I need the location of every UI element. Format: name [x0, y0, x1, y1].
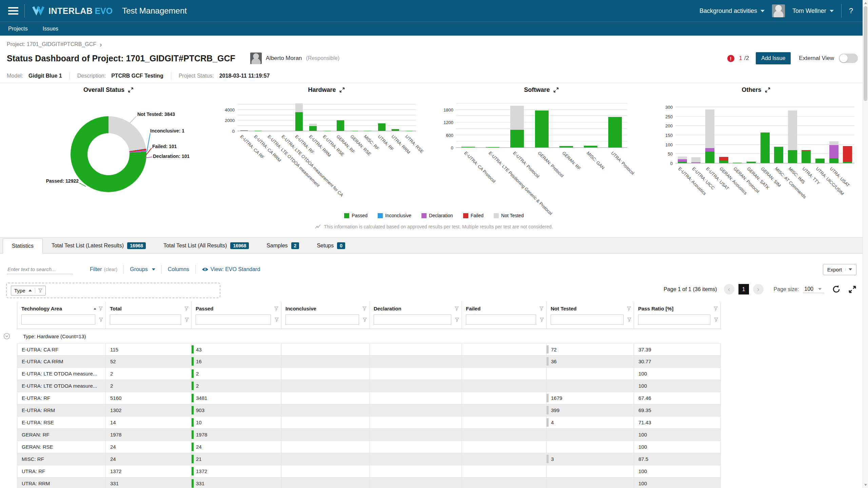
view-selector[interactable]: View: EVO Standard — [202, 266, 260, 272]
cell-inconclusive — [281, 429, 370, 441]
filter-funnel-icon[interactable] — [540, 318, 544, 322]
groups-menu[interactable]: Groups — [130, 266, 155, 272]
page-size-label: Page size: — [774, 286, 799, 292]
table-row[interactable]: E-UTRA: RRM130290339969.35 — [17, 404, 721, 416]
column-filter-input[interactable] — [638, 314, 710, 325]
filter-funnel-icon[interactable] — [185, 318, 189, 322]
filter-funnel-icon[interactable] — [99, 318, 103, 322]
column-filter-input[interactable] — [551, 314, 624, 325]
bar-segment-passed — [309, 126, 317, 131]
filter-clear-link[interactable]: (clear) — [104, 267, 118, 272]
scrollbar-thumb[interactable] — [864, 6, 867, 101]
filter-funnel-icon[interactable] — [274, 306, 278, 311]
tab-total-test-list-all-results-[interactable]: Total Test List (All Results)16968 — [155, 238, 258, 253]
group-chip-type[interactable]: Type — [11, 286, 46, 296]
tab-setups[interactable]: Setups0 — [308, 238, 354, 253]
table-group-row[interactable]: Type: Hardware (Count=13) — [17, 329, 721, 343]
filter-funnel-icon[interactable] — [38, 288, 42, 293]
filter-funnel-icon[interactable] — [627, 318, 631, 322]
column-header-pass-ratio-[interactable]: Pass Ratio [%] — [634, 302, 721, 313]
table-row[interactable]: GERAN: RF19781978100 — [17, 429, 721, 441]
background-activities-menu[interactable]: Background activities — [699, 7, 765, 15]
table-row[interactable]: MISC: RF2421387.5 — [17, 453, 721, 465]
filter-funnel-icon[interactable] — [714, 318, 718, 322]
column-filter-input[interactable] — [110, 314, 181, 325]
add-issue-button[interactable]: Add Issue — [756, 52, 791, 64]
table-row[interactable]: UTRA: RRM331331100 — [17, 477, 721, 488]
expand-icon[interactable] — [128, 87, 134, 93]
nav-item-issues[interactable]: Issues — [43, 26, 58, 32]
external-view-toggle[interactable] — [839, 54, 858, 63]
column-filter-input[interactable] — [466, 314, 536, 325]
tab-total-test-list-latest-results-[interactable]: Total Test List (Latest Results)16968 — [43, 238, 155, 253]
filter-funnel-icon[interactable] — [455, 318, 459, 322]
issue-alert-icon[interactable]: ! — [727, 55, 734, 62]
search-input[interactable] — [7, 265, 73, 274]
prev-page-button[interactable]: ‹ — [724, 284, 734, 294]
export-button[interactable]: Export — [823, 264, 856, 275]
filter-funnel-icon[interactable] — [275, 318, 279, 322]
filter-funnel-icon[interactable] — [363, 318, 367, 322]
table-row[interactable]: E-UTRA: LTE OTDOA measure...22100 — [17, 368, 721, 380]
vertical-scrollbar[interactable] — [863, 0, 868, 488]
column-filter-input[interactable] — [196, 314, 271, 325]
current-page-button[interactable]: 1 — [738, 284, 749, 294]
filter-funnel-icon[interactable] — [362, 306, 367, 311]
user-avatar[interactable] — [772, 4, 785, 17]
expand-icon[interactable] — [765, 87, 771, 93]
column-header-inconclusive[interactable]: Inconclusive — [281, 302, 370, 313]
breadcrumb-project-link[interactable]: Project: 1701_GIDGIT#PTCRB_GCF — [7, 41, 96, 47]
column-header-total[interactable]: Total — [106, 302, 192, 313]
donut-callout: Passed: 12922 — [24, 178, 79, 184]
table-row[interactable]: E-UTRA: CA RF115437237.39 — [17, 343, 721, 355]
cell-technology-area: E-UTRA: RSE — [17, 416, 106, 429]
donut-callout: Not Tested: 3843 — [137, 111, 175, 117]
filter-funnel-icon[interactable] — [539, 306, 544, 311]
filter-funnel-icon[interactable] — [714, 306, 718, 311]
column-header-failed[interactable]: Failed — [462, 302, 547, 313]
issue-count[interactable]: 1 — [739, 55, 742, 62]
sort-ascending-icon[interactable] — [28, 289, 32, 291]
next-page-button[interactable]: › — [753, 284, 764, 294]
column-header-not-tested[interactable]: Not Tested — [547, 302, 634, 313]
collapse-group-icon[interactable] — [3, 333, 10, 341]
column-filter-input[interactable] — [374, 314, 451, 325]
table-row[interactable]: E-UTRA: LTE OTDOA measure...22100 — [17, 380, 721, 392]
expand-icon[interactable] — [339, 87, 345, 93]
y-tick-label: 1200 — [436, 120, 453, 125]
column-header-technology-area[interactable]: Technology Area — [17, 302, 106, 313]
table-row[interactable]: GERAN: RSE2424100 — [17, 441, 721, 453]
tab-samples[interactable]: Samples2 — [258, 238, 308, 253]
filter-funnel-icon[interactable] — [99, 306, 103, 311]
column-filter-input[interactable] — [285, 314, 359, 325]
user-menu[interactable]: Tom Wellner — [792, 7, 834, 15]
responsible-name[interactable]: Alberto Moran — [266, 55, 302, 62]
help-button[interactable]: ? — [849, 6, 856, 15]
column-filter-input[interactable] — [21, 314, 95, 325]
column-header-declaration[interactable]: Declaration — [370, 302, 462, 313]
columns-button[interactable]: Columns — [168, 266, 189, 272]
nav-item-projects[interactable]: Projects — [8, 26, 28, 32]
sort-ascending-icon[interactable] — [94, 308, 96, 309]
filter-funnel-icon[interactable] — [455, 306, 459, 311]
page-size-select[interactable]: 100 — [803, 285, 824, 293]
scroll-up-icon[interactable] — [864, 2, 867, 4]
filter-funnel-icon[interactable] — [184, 306, 189, 311]
scroll-down-icon[interactable] — [864, 484, 867, 486]
group-by-panel[interactable]: Type — [6, 283, 220, 298]
refresh-button[interactable] — [832, 285, 841, 294]
filter-button[interactable]: Filter (clear) — [90, 266, 117, 272]
cell-not-tested: 1679 — [547, 392, 634, 404]
table-row[interactable]: UTRA: RF13721372100 — [17, 465, 721, 477]
fullscreen-button[interactable] — [848, 285, 856, 293]
hamburger-menu-icon[interactable] — [8, 7, 18, 15]
table-row[interactable]: E-UTRA: RSE1410471.43 — [17, 416, 721, 429]
table-row[interactable]: E-UTRA: RF51603481167967.46 — [17, 392, 721, 404]
table-row[interactable]: E-UTRA: CA RRM52163630.77 — [17, 355, 721, 368]
bar — [843, 146, 852, 163]
tab-statistics[interactable]: Statistics — [3, 239, 43, 253]
column-header-passed[interactable]: Passed — [192, 302, 281, 313]
filter-funnel-icon[interactable] — [627, 306, 631, 311]
cell-inconclusive — [281, 416, 370, 429]
expand-icon[interactable] — [553, 87, 559, 93]
